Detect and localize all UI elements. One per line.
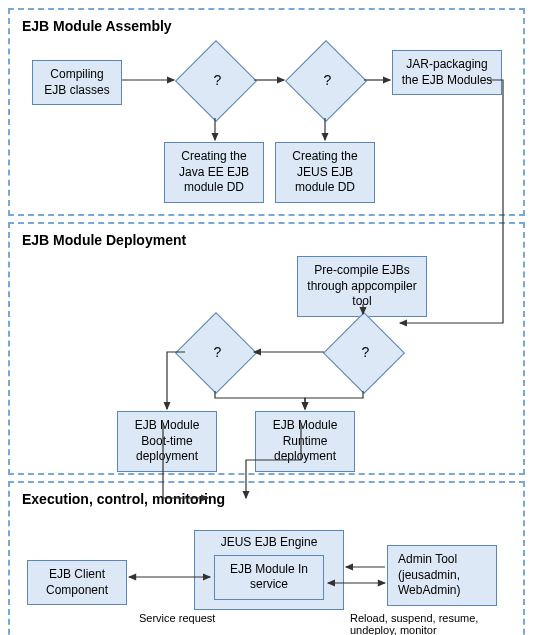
deploy-title: EJB Module Deployment xyxy=(22,232,511,248)
client-box: EJB Client Component xyxy=(27,560,127,605)
ops-label: Reload, suspend, resume, undeploy, monit… xyxy=(350,612,500,635)
deploy-decision-1: ? xyxy=(175,312,257,394)
exec-title: Execution, control, monitoring xyxy=(22,491,511,507)
admin-box: Admin Tool (jeusadmin, WebAdmin) xyxy=(387,545,497,606)
runtime-box: EJB Module Runtime deployment xyxy=(255,411,355,472)
jar-box: JAR-packaging the EJB Modules xyxy=(392,50,502,95)
decision-1: ? xyxy=(175,40,257,122)
engine-box: JEUS EJB Engine EJB Module In service xyxy=(194,530,344,610)
precompile-box: Pre-compile EJBs through appcompiler too… xyxy=(297,256,427,317)
exec-section: Execution, control, monitoring EJB Clien… xyxy=(8,481,525,635)
compile-box: Compiling EJB classes xyxy=(32,60,122,105)
engine-title: JEUS EJB Engine xyxy=(203,535,335,551)
service-box: EJB Module In service xyxy=(214,555,324,600)
dd1-box: Creating the Java EE EJB module DD xyxy=(164,142,264,203)
decision-2: ? xyxy=(285,40,367,122)
boot-box: EJB Module Boot-time deployment xyxy=(117,411,217,472)
dd2-box: Creating the JEUS EJB module DD xyxy=(275,142,375,203)
deploy-decision-2: ? xyxy=(323,312,405,394)
assembly-section: EJB Module Assembly Compiling EJB classe… xyxy=(8,8,525,216)
service-request-label: Service request xyxy=(139,612,215,624)
deploy-section: EJB Module Deployment Pre-compile EJBs t… xyxy=(8,222,525,475)
assembly-title: EJB Module Assembly xyxy=(22,18,511,34)
